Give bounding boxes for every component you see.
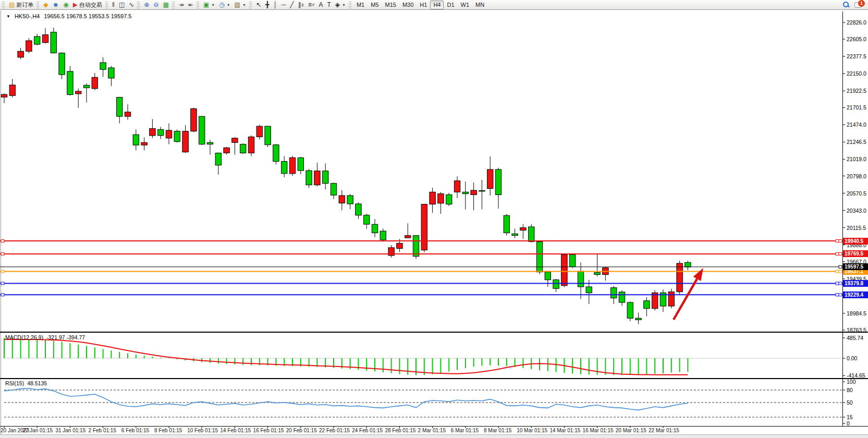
text-label-button[interactable]: T — [325, 0, 333, 9]
candle-body-down — [644, 301, 650, 309]
tile-windows-button[interactable]: ▦ — [161, 0, 170, 9]
auto-scroll-button[interactable]: ↠ — [177, 0, 186, 9]
resistance-line-2-right-handle[interactable] — [836, 252, 839, 255]
support-line-1-right-handle[interactable] — [836, 282, 839, 285]
vertical-line-icon: │ — [273, 2, 277, 8]
toolbar-group-grip — [2, 2, 5, 8]
timeframe-button-m1[interactable]: M1 — [353, 1, 368, 9]
candlestick-chart-button[interactable]: ◫ — [117, 0, 127, 9]
candle-body-down — [306, 171, 312, 185]
timeframe-button-w1[interactable]: W1 — [458, 1, 473, 9]
cursor-button[interactable]: ↖ — [254, 0, 263, 9]
rsi-value: 48.5135 — [27, 380, 47, 386]
zoom-out-icon: ⊖ — [153, 2, 158, 8]
resistance-line-1-left-handle[interactable] — [1, 240, 4, 242]
chart-shift-button[interactable]: ↞ — [186, 0, 195, 9]
pivot-line-price-tag-handle[interactable] — [839, 270, 842, 273]
templates-button[interactable]: ▨▼ — [233, 0, 248, 9]
timeframe-button-m30[interactable]: M30 — [399, 1, 417, 9]
dropdown-arrow-icon[interactable]: ▼ — [211, 3, 215, 7]
candle-body-up — [232, 138, 238, 142]
trendline-button[interactable]: ╱ — [288, 0, 296, 9]
trend-arrow-head[interactable] — [693, 268, 703, 281]
support-line-2-right-handle[interactable] — [836, 294, 839, 296]
chart-canvas — [0, 10, 868, 434]
rsi-line — [4, 388, 688, 410]
date-label: 20 Mar 01:15 — [616, 428, 646, 433]
toolbar-button-label: 新订单 — [16, 1, 33, 9]
main-toolbar: ▤新订单◆☻◉▶自动交易‖◫∿⊕⊖▦↠↞▣▼◷▼▨▼↖╋│─╱∥E≡FAT◈▼M… — [0, 0, 868, 10]
vertical-line-button[interactable]: │ — [271, 0, 279, 9]
dropdown-arrow-icon[interactable]: ▼ — [342, 3, 346, 7]
new-order-button[interactable]: ▤新订单 — [7, 0, 35, 9]
timeframe-button-h4[interactable]: H4 — [430, 1, 444, 9]
timeframe-button-m15[interactable]: M15 — [382, 1, 399, 9]
zoom-out-button[interactable]: ⊖ — [151, 0, 161, 9]
candle-body-up — [191, 108, 197, 131]
support-line-2-left-handle[interactable] — [1, 294, 4, 296]
timeframe-button-m5[interactable]: M5 — [368, 1, 382, 9]
community-button[interactable]: ☻ — [51, 0, 62, 9]
pivot-line-right-handle[interactable] — [836, 270, 839, 273]
resistance-line-1-price-tag[interactable]: 19940.5 — [843, 238, 868, 245]
candle-body-up — [9, 85, 15, 95]
crosshair-button[interactable]: ╋ — [263, 0, 271, 9]
signals-icon: ◉ — [63, 2, 68, 8]
date-label: 16 Mar 01:15 — [583, 428, 614, 433]
current-price-tag[interactable]: 19597.5 — [843, 263, 868, 270]
support-line-2-price-tag[interactable]: 19229.4 — [843, 291, 868, 298]
horizontal-line-button[interactable]: ─ — [279, 0, 288, 9]
search-icon[interactable] — [843, 2, 849, 8]
date-label: 31 Jan 01:15 — [55, 428, 85, 433]
toolbar-group-grip — [249, 2, 252, 8]
timeframe-button-d1[interactable]: D1 — [444, 1, 457, 9]
resistance-line-2-price-tag-handle[interactable] — [839, 252, 842, 255]
signals-button[interactable]: ◉ — [61, 0, 70, 9]
support-line-1-left-handle[interactable] — [1, 282, 4, 285]
resistance-line-1-right-handle[interactable] — [836, 240, 839, 242]
support-line-2-price-tag-handle[interactable] — [839, 294, 842, 296]
dropdown-arrow-icon[interactable]: ▼ — [227, 3, 230, 7]
auto-trading-button[interactable]: ▶自动交易 — [71, 0, 104, 9]
arrows-button[interactable]: ◈▼ — [333, 0, 348, 9]
gold-button[interactable]: ◆ — [41, 0, 50, 9]
current-price-tag-handle[interactable] — [839, 265, 842, 268]
zoom-in-button[interactable]: ⊕ — [142, 0, 151, 9]
community-icon: ☻ — [53, 2, 59, 8]
resistance-line-1-price-tag-handle[interactable] — [839, 240, 842, 242]
timeframe-button-h1[interactable]: H1 — [417, 1, 430, 9]
line-chart-button[interactable]: ∿ — [127, 0, 136, 9]
new-chart-button[interactable]: ▣▼ — [201, 0, 217, 9]
candle-body-down — [174, 131, 180, 142]
resistance-line-2-left-handle[interactable] — [1, 252, 4, 255]
support-line-1-price-tag[interactable]: 19379.8 — [843, 280, 868, 287]
candle-body-down — [240, 144, 246, 153]
candle-body-up — [668, 292, 674, 306]
dropdown-arrow-icon[interactable]: ▼ — [242, 3, 246, 7]
search-icon-tail — [847, 5, 850, 8]
fibonacci-button[interactable]: ≡F — [306, 0, 316, 9]
candle-body-down — [504, 215, 509, 233]
macd-pane-separator — [0, 332, 868, 333]
support-line-1-price-tag-handle[interactable] — [839, 282, 842, 285]
candle-body-up — [224, 148, 229, 153]
text-button[interactable]: A — [316, 0, 325, 9]
resistance-line-2-price-tag[interactable]: 19769.5 — [843, 250, 868, 257]
periods-button[interactable]: ◷▼ — [217, 0, 232, 9]
price-tick-label: 21701.5 — [847, 104, 866, 111]
new-chart-icon: ▣ — [203, 2, 209, 8]
equidistant-channel-button[interactable]: ∥E — [296, 0, 306, 9]
bar-chart-button[interactable]: ‖ — [110, 0, 117, 9]
date-label: 28 Feb 01:15 — [385, 428, 415, 433]
date-label: 20 Feb 01:15 — [286, 428, 317, 433]
date-label: 16 Feb 01:15 — [253, 428, 284, 433]
candle-body-up — [339, 196, 345, 203]
pivot-line-left-handle[interactable] — [1, 270, 4, 273]
notifications-icon[interactable]: 1 — [854, 2, 863, 8]
chart-menu-arrow-icon[interactable]: ▼ — [6, 14, 10, 19]
timeframe-button-mn[interactable]: MN — [472, 1, 487, 9]
candle-body-up — [454, 181, 460, 192]
chart-shift-icon: ↞ — [188, 2, 193, 8]
candle-body-down — [347, 196, 353, 204]
candle-body-up — [42, 35, 48, 43]
